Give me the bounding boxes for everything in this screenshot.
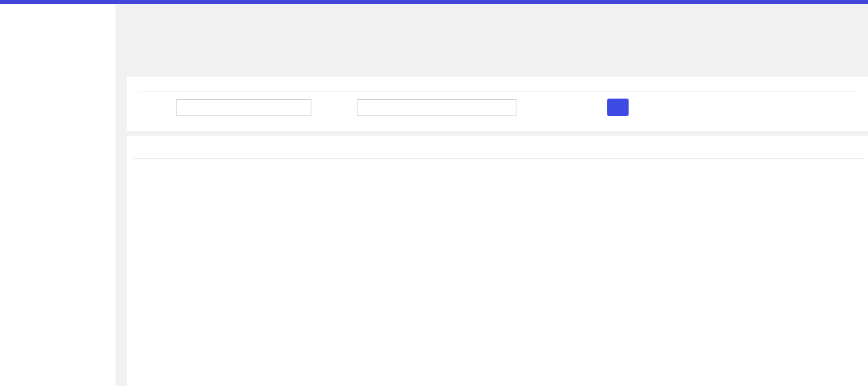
- fraud-system-account-card: [127, 77, 868, 131]
- report-table-card: [127, 136, 868, 386]
- report-table: [134, 158, 863, 159]
- fraud-system-select[interactable]: [176, 99, 311, 116]
- search-button[interactable]: [607, 99, 629, 116]
- main-area: [115, 4, 868, 386]
- report-card-header: [134, 136, 863, 151]
- top-accent-bar: [0, 0, 868, 4]
- account-id-input[interactable]: [357, 99, 516, 116]
- fraud-system-select-wrap: [176, 99, 311, 116]
- filter-card-header: [138, 77, 858, 91]
- filter-row: [138, 91, 858, 116]
- welcome-block: [0, 4, 115, 43]
- sidebar: [0, 4, 115, 386]
